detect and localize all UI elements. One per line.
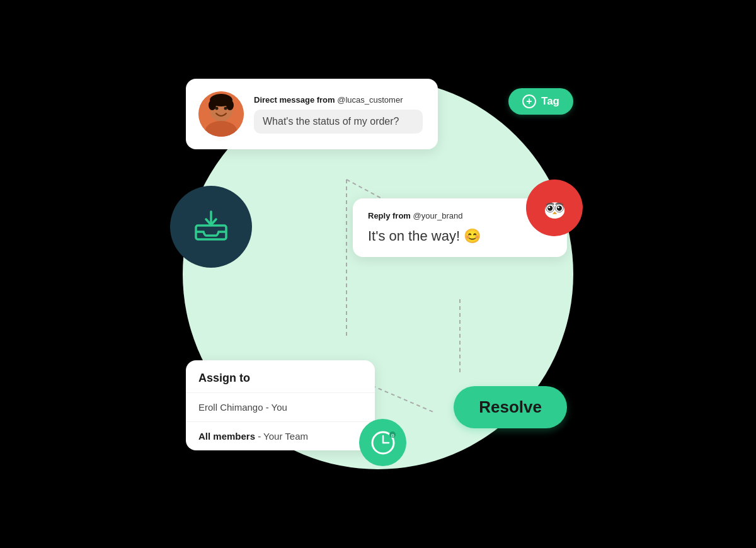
svg-rect-6 (217, 120, 226, 128)
svg-point-12 (226, 100, 234, 110)
inbox-circle (170, 186, 252, 268)
clock-icon: ⚙ (370, 430, 396, 456)
resolve-button[interactable]: Resolve (454, 386, 567, 428)
svg-point-5 (207, 123, 235, 137)
svg-text:⚙: ⚙ (391, 433, 394, 438)
reply-message: It's on the way! 😊 (368, 228, 552, 244)
svg-point-19 (548, 206, 550, 208)
svg-point-21 (556, 205, 561, 210)
tag-label: Tag (541, 95, 559, 108)
dm-message: What's the status of my order? (254, 110, 423, 134)
assign-item-all-normal: - Your Team (255, 431, 308, 442)
inbox-icon (192, 208, 230, 246)
assign-title: Assign to (186, 360, 375, 393)
svg-point-11 (209, 100, 216, 110)
svg-point-22 (558, 206, 559, 208)
reply-header: Reply from @your_brand (368, 211, 552, 220)
owl-icon (537, 191, 572, 225)
dm-handle: @lucas_customer (337, 95, 403, 105)
reply-handle: @your_brand (413, 211, 463, 220)
dm-card: Direct message from @lucas_customer What… (186, 79, 438, 149)
resolve-label: Resolve (479, 397, 542, 416)
plus-icon: + (522, 94, 536, 108)
dm-content: Direct message from @lucas_customer What… (254, 95, 423, 134)
assign-item-all-bold: All members (198, 431, 255, 442)
assign-item-you[interactable]: Eroll Chimango - You (186, 393, 375, 422)
dm-header-bold: Direct message from (254, 95, 335, 105)
assign-item-you-label: Eroll Chimango - You (198, 402, 287, 413)
assign-card: Assign to Eroll Chimango - You All membe… (186, 360, 375, 450)
avatar (198, 91, 244, 137)
assign-item-all[interactable]: All members - Your Team (186, 422, 375, 450)
svg-point-18 (547, 205, 553, 210)
dm-header: Direct message from @lucas_customer (254, 95, 423, 105)
clock-circle: ⚙ (359, 419, 406, 466)
hootsuite-owl-circle (526, 180, 583, 236)
reply-header-bold: Reply from (368, 211, 411, 220)
tag-button[interactable]: + Tag (508, 88, 573, 115)
scene: + Tag (126, 22, 630, 526)
